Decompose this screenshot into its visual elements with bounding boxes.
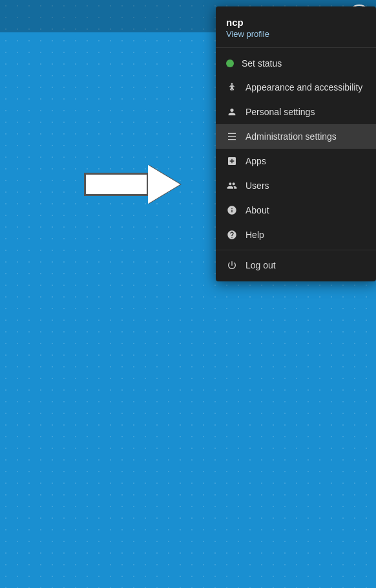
- help-label: Help: [245, 230, 264, 240]
- menu-item-about[interactable]: About: [216, 198, 376, 223]
- menu-item-users[interactable]: Users: [216, 173, 376, 198]
- menu-item-personal-settings[interactable]: Personal settings: [216, 100, 376, 124]
- menu-item-logout[interactable]: Log out: [216, 253, 376, 278]
- users-label: Users: [245, 180, 269, 191]
- menu-item-apps[interactable]: Apps: [216, 149, 376, 173]
- users-icon: [226, 180, 238, 191]
- menu-divider: [216, 250, 376, 250]
- menu-username: ncp: [226, 17, 366, 28]
- svg-point-2: [231, 83, 233, 85]
- apps-label: Apps: [245, 156, 266, 166]
- help-icon: [226, 229, 238, 241]
- menu-item-set-status[interactable]: Set status: [216, 52, 376, 75]
- menu-items-list: Set status Appearance and accessibility …: [216, 48, 376, 281]
- apps-plus-icon: [226, 155, 238, 167]
- accessibility-icon: [226, 82, 238, 93]
- set-status-label: Set status: [242, 58, 282, 69]
- admin-settings-icon: [226, 131, 238, 142]
- user-dropdown-menu: ncp View profile Set status Appearance a…: [216, 6, 376, 281]
- info-icon: [226, 204, 238, 216]
- appearance-label: Appearance and accessibility: [245, 82, 362, 93]
- view-profile-link[interactable]: View profile: [226, 29, 269, 39]
- logout-label: Log out: [245, 260, 276, 270]
- about-label: About: [245, 205, 269, 215]
- menu-item-help[interactable]: Help: [216, 223, 376, 247]
- personal-settings-label: Personal settings: [245, 107, 315, 117]
- admin-settings-label: Administration settings: [245, 131, 337, 142]
- menu-header: ncp View profile: [216, 6, 376, 48]
- logout-icon: [226, 259, 238, 271]
- status-green-dot: [226, 60, 234, 67]
- person-icon: [226, 106, 238, 118]
- menu-item-appearance[interactable]: Appearance and accessibility: [216, 75, 376, 100]
- arrow-indicator: [84, 165, 180, 204]
- menu-item-admin-settings[interactable]: Administration settings: [216, 124, 376, 149]
